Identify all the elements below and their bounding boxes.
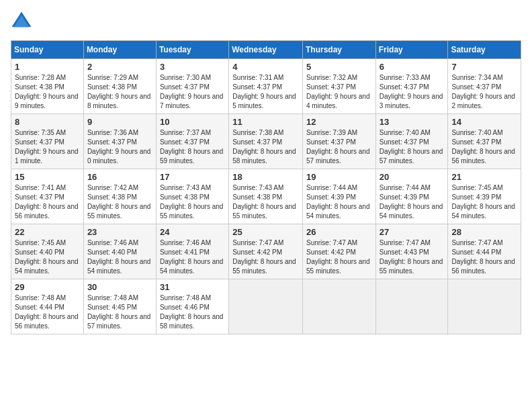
day-number: 26 [306,227,372,237]
calendar-cell: 3 Sunrise: 7:30 AM Sunset: 4:37 PM Dayli… [156,59,228,114]
calendar-cell: 1 Sunrise: 7:28 AM Sunset: 4:38 PM Dayli… [11,59,84,114]
daylight-label: Daylight: 8 hours and 58 minutes. [232,148,296,165]
day-number: 24 [160,227,225,237]
day-number: 19 [306,172,372,182]
sunset-label: Sunset: 4:38 PM [87,83,137,91]
calendar-cell: 5 Sunrise: 7:32 AM Sunset: 4:37 PM Dayli… [302,59,375,114]
day-info: Sunrise: 7:28 AM Sunset: 4:38 PM Dayligh… [15,73,80,111]
daylight-label: Daylight: 8 hours and 55 minutes. [87,203,151,220]
calendar-cell [229,279,303,334]
day-number: 7 [451,62,517,72]
sunrise-label: Sunrise: 7:41 AM [15,184,66,191]
daylight-label: Daylight: 8 hours and 57 minutes. [87,313,151,330]
day-info: Sunrise: 7:36 AM Sunset: 4:37 PM Dayligh… [87,128,152,166]
daylight-label: Daylight: 8 hours and 54 minutes. [451,203,515,220]
sunrise-label: Sunrise: 7:30 AM [160,74,211,81]
day-info: Sunrise: 7:44 AM Sunset: 4:39 PM Dayligh… [380,183,445,221]
day-number: 4 [232,62,299,72]
calendar-table: SundayMondayTuesdayWednesdayThursdayFrid… [11,40,521,334]
sunrise-label: Sunrise: 7:34 AM [451,74,502,81]
sunset-label: Sunset: 4:45 PM [87,304,137,311]
calendar-cell [375,279,448,334]
sunrise-label: Sunrise: 7:39 AM [306,129,357,136]
calendar-cell: 25 Sunrise: 7:47 AM Sunset: 4:42 PM Dayl… [229,224,303,279]
sunset-label: Sunset: 4:44 PM [15,304,64,311]
calendar-cell: 12 Sunrise: 7:39 AM Sunset: 4:37 PM Dayl… [302,114,375,169]
day-number: 17 [160,172,225,182]
day-info: Sunrise: 7:38 AM Sunset: 4:37 PM Dayligh… [232,128,299,166]
calendar-cell: 7 Sunrise: 7:34 AM Sunset: 4:37 PM Dayli… [448,59,521,114]
daylight-label: Daylight: 8 hours and 55 minutes. [232,258,296,275]
calendar-cell: 26 Sunrise: 7:47 AM Sunset: 4:42 PM Dayl… [302,224,375,279]
day-number: 6 [380,62,445,72]
calendar-cell: 10 Sunrise: 7:37 AM Sunset: 4:37 PM Dayl… [156,114,228,169]
calendar-cell: 14 Sunrise: 7:40 AM Sunset: 4:37 PM Dayl… [448,114,521,169]
weekday-header-monday: Monday [83,41,156,59]
sunset-label: Sunset: 4:37 PM [451,83,501,91]
daylight-label: Daylight: 9 hours and 8 minutes. [87,93,151,109]
daylight-label: Daylight: 9 hours and 9 minutes. [15,93,79,109]
logo-icon [11,11,32,32]
calendar-cell: 8 Sunrise: 7:35 AM Sunset: 4:37 PM Dayli… [11,114,84,169]
day-number: 29 [15,282,80,292]
sunset-label: Sunset: 4:39 PM [306,193,356,201]
daylight-label: Daylight: 8 hours and 54 minutes. [380,203,443,220]
day-info: Sunrise: 7:45 AM Sunset: 4:39 PM Dayligh… [451,183,517,221]
sunset-label: Sunset: 4:37 PM [306,138,356,146]
calendar-cell: 29 Sunrise: 7:48 AM Sunset: 4:44 PM Dayl… [11,279,84,334]
sunrise-label: Sunrise: 7:36 AM [87,129,138,136]
calendar-cell: 11 Sunrise: 7:38 AM Sunset: 4:37 PM Dayl… [229,114,303,169]
day-info: Sunrise: 7:40 AM Sunset: 4:37 PM Dayligh… [380,128,445,166]
weekday-header-tuesday: Tuesday [156,41,228,59]
day-number: 20 [380,172,445,182]
sunrise-label: Sunrise: 7:28 AM [15,74,66,81]
sunset-label: Sunset: 4:37 PM [160,138,210,146]
sunset-label: Sunset: 4:37 PM [232,83,282,91]
day-info: Sunrise: 7:45 AM Sunset: 4:40 PM Dayligh… [15,238,80,276]
daylight-label: Daylight: 8 hours and 56 minutes. [451,258,515,275]
day-info: Sunrise: 7:40 AM Sunset: 4:37 PM Dayligh… [451,128,517,166]
calendar-cell: 17 Sunrise: 7:43 AM Sunset: 4:38 PM Dayl… [156,169,228,224]
daylight-label: Daylight: 8 hours and 54 minutes. [87,258,151,275]
daylight-label: Daylight: 8 hours and 54 minutes. [15,258,79,275]
day-info: Sunrise: 7:48 AM Sunset: 4:45 PM Dayligh… [87,293,152,331]
day-info: Sunrise: 7:29 AM Sunset: 4:38 PM Dayligh… [87,73,152,111]
day-number: 3 [160,62,225,72]
day-number: 30 [87,282,152,292]
daylight-label: Daylight: 9 hours and 4 minutes. [306,93,370,109]
sunset-label: Sunset: 4:39 PM [380,193,429,201]
calendar-header-row: SundayMondayTuesdayWednesdayThursdayFrid… [11,41,521,59]
daylight-label: Daylight: 9 hours and 7 minutes. [160,93,224,109]
page-header [11,11,521,32]
sunset-label: Sunset: 4:39 PM [451,193,501,201]
day-info: Sunrise: 7:31 AM Sunset: 4:37 PM Dayligh… [232,73,299,111]
sunrise-label: Sunrise: 7:40 AM [380,129,431,136]
day-number: 14 [451,117,517,127]
sunset-label: Sunset: 4:42 PM [232,248,282,256]
day-number: 15 [15,172,80,182]
daylight-label: Daylight: 8 hours and 56 minutes. [15,313,79,330]
sunrise-label: Sunrise: 7:47 AM [380,239,431,246]
calendar-week-5: 29 Sunrise: 7:48 AM Sunset: 4:44 PM Dayl… [11,279,521,334]
calendar-cell: 2 Sunrise: 7:29 AM Sunset: 4:38 PM Dayli… [83,59,156,114]
calendar-cell: 23 Sunrise: 7:46 AM Sunset: 4:40 PM Dayl… [83,224,156,279]
day-number: 28 [451,227,517,237]
day-number: 8 [15,117,80,127]
day-number: 5 [306,62,372,72]
calendar-cell: 21 Sunrise: 7:45 AM Sunset: 4:39 PM Dayl… [448,169,521,224]
daylight-label: Daylight: 9 hours and 2 minutes. [451,93,515,109]
weekday-header-sunday: Sunday [11,41,84,59]
calendar-cell: 22 Sunrise: 7:45 AM Sunset: 4:40 PM Dayl… [11,224,84,279]
daylight-label: Daylight: 8 hours and 54 minutes. [160,258,224,275]
sunset-label: Sunset: 4:37 PM [160,83,210,91]
sunrise-label: Sunrise: 7:43 AM [232,184,283,191]
day-info: Sunrise: 7:30 AM Sunset: 4:37 PM Dayligh… [160,73,225,111]
day-number: 22 [15,227,80,237]
day-number: 2 [87,62,152,72]
calendar-cell: 28 Sunrise: 7:47 AM Sunset: 4:44 PM Dayl… [448,224,521,279]
sunrise-label: Sunrise: 7:44 AM [380,184,431,191]
day-number: 12 [306,117,372,127]
sunrise-label: Sunrise: 7:46 AM [160,239,211,246]
calendar-cell [448,279,521,334]
day-info: Sunrise: 7:47 AM Sunset: 4:42 PM Dayligh… [232,238,299,276]
